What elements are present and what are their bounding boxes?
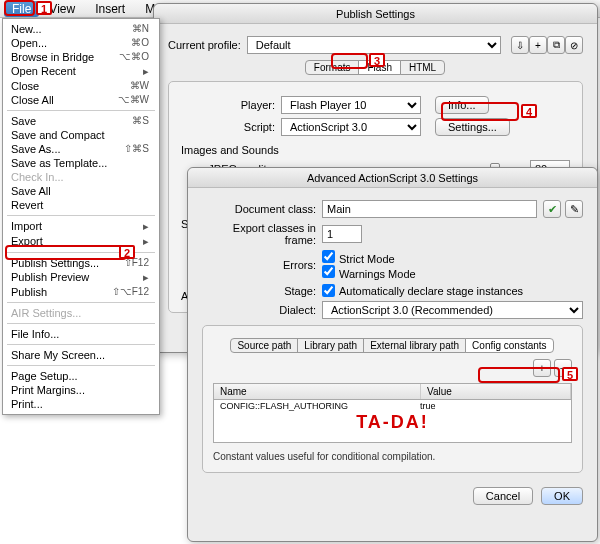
- menu-pagesetup[interactable]: Page Setup...: [3, 369, 159, 383]
- menu-revert[interactable]: Revert: [3, 198, 159, 212]
- menu-insert[interactable]: Insert: [85, 2, 135, 16]
- strict-label: Strict Mode: [339, 253, 395, 265]
- callout-2: [5, 245, 127, 260]
- edit-icon[interactable]: ✎: [565, 200, 583, 218]
- advanced-as3-window: Advanced ActionScript 3.0 Settings Docum…: [187, 167, 598, 542]
- exportframe-input[interactable]: [322, 225, 362, 243]
- badge-2: 2: [119, 245, 135, 259]
- player-label: Player:: [181, 99, 281, 111]
- menu-saveas[interactable]: Save As...⇧⌘S: [3, 142, 159, 156]
- cancel-button[interactable]: Cancel: [473, 487, 533, 505]
- menu-savetpl[interactable]: Save as Template...: [3, 156, 159, 170]
- hint-text: Constant values useful for conditional c…: [213, 451, 572, 462]
- file-menu-dropdown: New...⌘N Open...⌘O Browse in Bridge⌥⌘O O…: [2, 18, 160, 415]
- docclass-label: Document class:: [202, 203, 322, 215]
- script-select[interactable]: ActionScript 3.0: [281, 118, 421, 136]
- menu-open[interactable]: Open...⌘O: [3, 36, 159, 50]
- validate-icon[interactable]: ✔: [543, 200, 561, 218]
- menu-recent[interactable]: Open Recent▸: [3, 64, 159, 79]
- stage-checkbox[interactable]: [322, 284, 335, 297]
- advanced-tabs: Source path Library path External librar…: [213, 338, 572, 353]
- menu-new[interactable]: New...⌘N: [3, 22, 159, 36]
- tab-external-lib[interactable]: External library path: [363, 338, 466, 353]
- errors-label: Errors:: [202, 259, 322, 271]
- profile-delete-icon[interactable]: ⊘: [565, 36, 583, 54]
- badge-1: 1: [36, 1, 52, 15]
- profile-import-icon[interactable]: ⇩: [511, 36, 529, 54]
- callout-1: [4, 0, 35, 16]
- strict-checkbox[interactable]: [322, 250, 335, 263]
- menu-publish-preview[interactable]: Publish Preview▸: [3, 270, 159, 285]
- cfg-value: true: [420, 401, 436, 411]
- exportframe-label: Export classes in frame:: [202, 222, 322, 246]
- profile-label: Current profile:: [168, 39, 247, 51]
- images-sounds-label: Images and Sounds: [181, 144, 570, 156]
- tada-overlay: TA-DA!: [356, 412, 429, 433]
- col-value: Value: [421, 384, 571, 399]
- callout-4: [441, 102, 519, 121]
- cfg-name: CONFIG::FLASH_AUTHORING: [220, 401, 420, 411]
- stage-label: Stage:: [202, 285, 322, 297]
- constants-table[interactable]: Name Value CONFIG::FLASH_AUTHORING true …: [213, 383, 572, 443]
- menu-savecompact[interactable]: Save and Compact: [3, 128, 159, 142]
- menu-air: AIR Settings...: [3, 306, 159, 320]
- menu-checkin: Check In...: [3, 170, 159, 184]
- profile-dup-icon[interactable]: ⧉: [547, 36, 565, 54]
- warnings-checkbox[interactable]: [322, 265, 335, 278]
- player-select[interactable]: Flash Player 10: [281, 96, 421, 114]
- table-row[interactable]: CONFIG::FLASH_AUTHORING true: [214, 400, 571, 412]
- ok-button[interactable]: OK: [541, 487, 583, 505]
- callout-3: [331, 53, 368, 69]
- menu-save[interactable]: Save⌘S: [3, 114, 159, 128]
- tab-library-path[interactable]: Library path: [297, 338, 364, 353]
- stage-text: Automatically declare stage instances: [339, 285, 523, 297]
- menu-close[interactable]: Close⌘W: [3, 79, 159, 93]
- menu-publish[interactable]: Publish⇧⌥F12: [3, 285, 159, 299]
- tab-config-constants[interactable]: Config constants: [465, 338, 554, 353]
- profile-add-icon[interactable]: +: [529, 36, 547, 54]
- script-label: Script:: [181, 121, 281, 133]
- profile-select[interactable]: Default: [247, 36, 501, 54]
- warnings-label: Warnings Mode: [339, 268, 416, 280]
- badge-4: 4: [521, 104, 537, 118]
- tab-source-path[interactable]: Source path: [230, 338, 298, 353]
- menu-closeall[interactable]: Close All⌥⌘W: [3, 93, 159, 107]
- menu-margins[interactable]: Print Margins...: [3, 383, 159, 397]
- callout-5: [478, 367, 560, 383]
- badge-5: 5: [562, 367, 578, 381]
- tab-html[interactable]: HTML: [400, 60, 445, 75]
- docclass-input[interactable]: [322, 200, 537, 218]
- badge-3: 3: [369, 53, 385, 67]
- menu-fileinfo[interactable]: File Info...: [3, 327, 159, 341]
- col-name: Name: [214, 384, 421, 399]
- menu-print[interactable]: Print...: [3, 397, 159, 411]
- menu-share[interactable]: Share My Screen...: [3, 348, 159, 362]
- window-title: Publish Settings: [154, 4, 597, 24]
- menu-bridge[interactable]: Browse in Bridge⌥⌘O: [3, 50, 159, 64]
- window-title: Advanced ActionScript 3.0 Settings: [188, 168, 597, 188]
- menu-import[interactable]: Import▸: [3, 219, 159, 234]
- menu-saveall[interactable]: Save All: [3, 184, 159, 198]
- dialect-select[interactable]: ActionScript 3.0 (Recommended): [322, 301, 583, 319]
- dialect-label: Dialect:: [202, 304, 322, 316]
